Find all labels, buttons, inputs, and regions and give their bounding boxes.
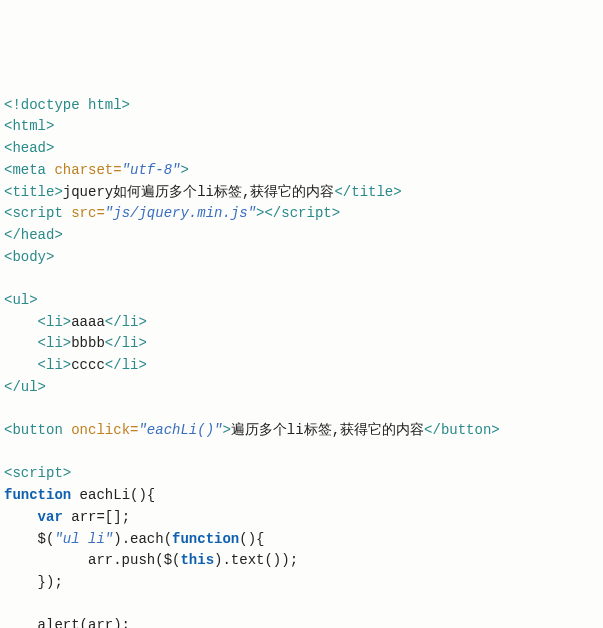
push-pre: arr.push($( <box>4 552 180 568</box>
each-call: ).each( <box>113 531 172 547</box>
code-line: <li>cccc</li> <box>4 357 147 373</box>
tag-ul-close: </ul> <box>4 379 46 395</box>
str-utf8: "utf-8" <box>122 162 181 178</box>
kw-function: function <box>4 487 71 503</box>
tag-title-open: <title> <box>4 184 63 200</box>
kw-function-inner: function <box>172 531 239 547</box>
str-onclick-val: "eachLi()" <box>138 422 222 438</box>
jq-call-pre: $( <box>4 531 54 547</box>
button-text: 遍历多个li标签,获得它的内容 <box>231 422 424 438</box>
tag-script2-open: <script> <box>4 465 71 481</box>
tag-li-close: </li> <box>105 314 147 330</box>
tag-meta-close: > <box>180 162 188 178</box>
code-line: <ul> <box>4 292 38 308</box>
code-line: <li>bbbb</li> <box>4 335 147 351</box>
tag-meta-open: <meta <box>4 162 54 178</box>
push-end: ).text()); <box>214 552 298 568</box>
li-text-3: cccc <box>71 357 105 373</box>
li-text-2: bbbb <box>71 335 105 351</box>
var-decl: arr=[]; <box>63 509 130 525</box>
tag-head-close: </head> <box>4 227 63 243</box>
tag-body-open: <body> <box>4 249 54 265</box>
code-line: <script> <box>4 465 71 481</box>
code-line: <button onclick="eachLi()">遍历多个li标签,获得它的… <box>4 422 500 438</box>
tag-li-open: <li> <box>4 335 71 351</box>
blank-line <box>4 270 12 286</box>
code-line: <!doctype html> <box>4 97 130 113</box>
each-end: (){ <box>239 531 264 547</box>
str-jquery-path: "js/jquery.min.js" <box>105 205 256 221</box>
attr-charset: charset= <box>54 162 121 178</box>
code-line: <meta charset="utf-8"> <box>4 162 189 178</box>
kw-this: this <box>180 552 214 568</box>
tag-script-close: </script> <box>264 205 340 221</box>
code-line: <body> <box>4 249 54 265</box>
code-line: function eachLi(){ <box>4 487 155 503</box>
code-line: <script src="js/jquery.min.js"></script> <box>4 205 340 221</box>
tag-button-close: </button> <box>424 422 500 438</box>
tag-li-close: </li> <box>105 357 147 373</box>
code-line: }); <box>4 574 63 590</box>
kw-var: var <box>38 509 63 525</box>
tag-button-open: <button <box>4 422 71 438</box>
tag-doctype: <!doctype html> <box>4 97 130 113</box>
code-line: <head> <box>4 140 54 156</box>
attr-onclick: onclick= <box>71 422 138 438</box>
alert-call: alert(arr); <box>4 617 130 628</box>
each-close: }); <box>4 574 63 590</box>
code-line: </head> <box>4 227 63 243</box>
tag-ul-open: <ul> <box>4 292 38 308</box>
code-snippet: <!doctype html> <html> <head> <meta char… <box>4 95 599 628</box>
code-line: var arr=[]; <box>4 509 130 525</box>
tag-title-close: </title> <box>334 184 401 200</box>
tag-html-open: <html> <box>4 118 54 134</box>
str-selector: "ul li" <box>54 531 113 547</box>
code-line: <li>aaaa</li> <box>4 314 147 330</box>
code-line: alert(arr); <box>4 617 130 628</box>
tag-button-mid: > <box>222 422 230 438</box>
code-line: $("ul li").each(function(){ <box>4 531 264 547</box>
tag-head-open: <head> <box>4 140 54 156</box>
tag-li-close: </li> <box>105 335 147 351</box>
tag-script-open: <script <box>4 205 71 221</box>
blank-line <box>4 596 12 612</box>
code-line: </ul> <box>4 379 46 395</box>
tag-li-open: <li> <box>4 314 71 330</box>
indent <box>4 509 38 525</box>
code-line: <html> <box>4 118 54 134</box>
blank-line <box>4 400 12 416</box>
code-line: <title>jquery如何遍历多个li标签,获得它的内容</title> <box>4 184 402 200</box>
attr-src: src= <box>71 205 105 221</box>
blank-line <box>4 444 12 460</box>
func-decl: eachLi(){ <box>71 487 155 503</box>
tag-li-open: <li> <box>4 357 71 373</box>
code-line: arr.push($(this).text()); <box>4 552 298 568</box>
li-text-1: aaaa <box>71 314 105 330</box>
title-text: jquery如何遍历多个li标签,获得它的内容 <box>63 184 335 200</box>
